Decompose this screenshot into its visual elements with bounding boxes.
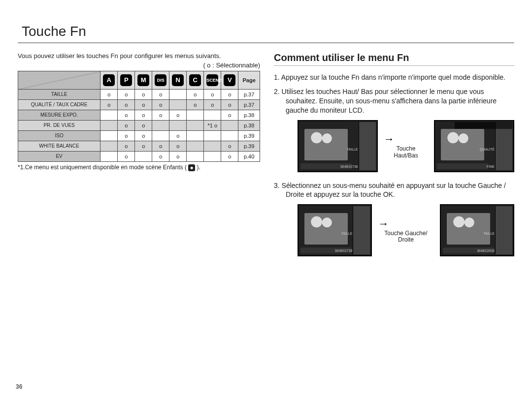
table-cell: o xyxy=(187,90,204,100)
page-ref: p.39 xyxy=(238,141,260,152)
table-cell: o xyxy=(100,100,118,110)
table-cell: o xyxy=(118,152,135,162)
table-cell: o xyxy=(118,141,135,152)
table-cell: o xyxy=(135,131,152,141)
table-cell xyxy=(204,131,221,141)
mode-icon-manual: M xyxy=(137,74,149,86)
table-cell: o xyxy=(169,110,187,121)
table-cell: o xyxy=(221,100,238,110)
mode-icon-night: N xyxy=(172,74,184,86)
lcd-screenshot-1b: QUALITÉ FINE xyxy=(434,120,514,172)
table-cell: o xyxy=(118,90,135,100)
lcd-screenshot-1a: TAILLE 3648X2736 xyxy=(298,120,378,172)
table-cell xyxy=(100,152,118,162)
table-cell: *1 o xyxy=(204,121,221,131)
legend-text: ( o : Sélectionnable) xyxy=(203,62,260,69)
row-header: EV xyxy=(18,152,100,162)
table-cell xyxy=(135,152,152,162)
table-cell: o xyxy=(152,90,169,100)
mode-icon-guide: C xyxy=(189,74,201,86)
row-header: WHITE BALANCE xyxy=(18,141,100,152)
table-row: QUALITÉ / TAUX CADREooooooop.37 xyxy=(18,100,260,110)
table-cell xyxy=(152,131,169,141)
table-cell xyxy=(187,141,204,152)
step-3: 3. Sélectionnez un sous-menu souhaité en… xyxy=(274,181,514,200)
caption-gauche-droite: Touche Gauche/ Droite xyxy=(378,230,433,243)
table-cell xyxy=(204,110,221,121)
table-cell xyxy=(187,131,204,141)
table-cell: o xyxy=(204,100,221,110)
row-header: MESURE EXPO. xyxy=(18,110,100,121)
table-cell: o xyxy=(152,152,169,162)
lcd-screenshot-2b: TAILLE 3648X2432 xyxy=(440,204,514,256)
table-cell: o xyxy=(152,100,169,110)
table-row: PR. DE VUESoo*1 op.38 xyxy=(18,121,260,131)
step-2: 2. Utilisez les touches Haut/ Bas pour s… xyxy=(274,87,514,115)
table-cell: o xyxy=(187,100,204,110)
table-row: MESURE EXPO.ooooop.38 xyxy=(18,110,260,121)
table-cell xyxy=(204,152,221,162)
table-row: TAILLEooooooop.37 xyxy=(18,90,260,100)
table-cell: o xyxy=(135,121,152,131)
right-arrow-icon: → xyxy=(378,217,433,230)
table-cell: o xyxy=(169,131,187,141)
mode-icon-program: P xyxy=(120,74,132,86)
row-header: PR. DE VUES xyxy=(18,121,100,131)
row-header: TAILLE xyxy=(18,90,100,100)
table-cell xyxy=(100,131,118,141)
table-cell: o xyxy=(152,110,169,121)
right-arrow-icon: → xyxy=(384,133,429,146)
figure-row-1: TAILLE 3648X2736 → Touche Haut/Bas QUALI… xyxy=(298,120,514,172)
table-cell xyxy=(100,110,118,121)
table-cell: o xyxy=(100,90,118,100)
table-cell xyxy=(169,121,187,131)
table-cell: o xyxy=(221,110,238,121)
table-cell: o xyxy=(221,152,238,162)
caption-haut-bas: Touche Haut/Bas xyxy=(384,146,429,158)
table-row: ISOooop.39 xyxy=(18,131,260,141)
mode-icon-movie: V xyxy=(224,74,235,86)
table-cell: o xyxy=(221,141,238,152)
table-cell: o xyxy=(118,121,135,131)
table-cell xyxy=(187,121,204,131)
table-row: EVoooop.40 xyxy=(18,152,260,162)
table-cell xyxy=(169,90,187,100)
row-header: QUALITÉ / TAUX CADRE xyxy=(18,100,100,110)
page-ref: p.37 xyxy=(238,100,260,110)
intro-text: Vous pouvez utiliser les touches Fn pour… xyxy=(18,52,260,60)
table-row: WHITE BALANCEooooop.39 xyxy=(18,141,260,152)
lcd-screenshot-2a: TAILLE 3648X2736 xyxy=(298,204,372,256)
table-cell: o xyxy=(118,110,135,121)
footnote: *1.Ce menu est uniquement disponible en … xyxy=(18,164,260,171)
page-title: Touche Fn xyxy=(18,24,514,43)
page-ref: p.38 xyxy=(238,110,260,121)
table-cell: o xyxy=(135,100,152,110)
table-cell xyxy=(100,141,118,152)
fn-modes-table: A P M DIS N C SCENE V Page TAILLEooooooo… xyxy=(18,71,260,162)
table-cell xyxy=(187,110,204,121)
table-cell xyxy=(221,131,238,141)
page-ref: p.38 xyxy=(238,121,260,131)
table-cell xyxy=(187,152,204,162)
table-cell xyxy=(204,141,221,152)
table-cell: o xyxy=(118,100,135,110)
table-cell xyxy=(152,121,169,131)
table-cell: o xyxy=(152,141,169,152)
page-number: 36 xyxy=(16,383,22,390)
table-cell xyxy=(221,121,238,131)
section-heading: Comment utiliser le menu Fn xyxy=(274,52,514,66)
page-ref: p.37 xyxy=(238,90,260,100)
table-cell xyxy=(169,100,187,110)
table-cell: o xyxy=(135,90,152,100)
table-cell: o xyxy=(221,90,238,100)
page-col-header: Page xyxy=(238,71,260,90)
table-cell: o xyxy=(135,110,152,121)
table-cell: o xyxy=(169,152,187,162)
children-scene-icon: ☻ xyxy=(188,164,195,171)
table-corner xyxy=(18,71,100,90)
row-header: ISO xyxy=(18,131,100,141)
figure-row-2: TAILLE 3648X2736 → Touche Gauche/ Droite… xyxy=(298,204,514,256)
mode-icon-scene: SCENE xyxy=(206,74,218,86)
page-ref: p.39 xyxy=(238,131,260,141)
table-cell xyxy=(100,121,118,131)
